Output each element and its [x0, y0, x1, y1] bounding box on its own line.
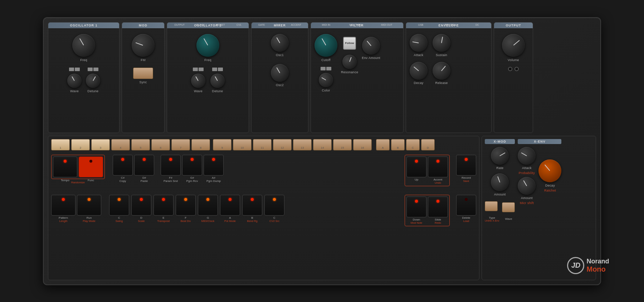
filter-wave-btn2[interactable]	[326, 67, 331, 70]
scale-btn[interactable]	[131, 195, 151, 216]
mod-fm-knob[interactable]	[132, 34, 155, 57]
step-btn-4[interactable]: 4	[111, 139, 130, 150]
xenv-label: X-ENV	[518, 139, 561, 144]
osc2-wave-btn1[interactable]	[193, 68, 198, 71]
envelope-attack-knob[interactable]	[410, 34, 428, 52]
step-btn-10[interactable]: 10	[233, 139, 252, 150]
scale-led	[140, 198, 143, 201]
xmod-type-btn[interactable]	[485, 201, 498, 211]
pgm-dump-btn[interactable]	[204, 155, 224, 175]
osc1-wave-knob[interactable]	[67, 74, 82, 88]
output-volume-knob[interactable]	[502, 34, 525, 57]
sync-btn[interactable]	[133, 68, 153, 79]
scale-label: Scale	[131, 219, 151, 223]
delete-btn[interactable]	[456, 195, 476, 216]
cv2-src-label: CV2 Src	[264, 219, 284, 223]
osc1-detune-group: Detune	[86, 68, 100, 93]
filter-resonance-knob[interactable]	[342, 55, 357, 69]
xenv-amount-knob[interactable]	[518, 177, 536, 195]
osc1-detune-knob[interactable]	[86, 74, 100, 88]
step-btn-11[interactable]: 11	[253, 139, 272, 150]
record-btn[interactable]	[456, 155, 476, 175]
osc1-wave-btn2[interactable]	[75, 68, 80, 71]
filter-cutoff-knob[interactable]	[314, 34, 337, 57]
pattern-btn[interactable]	[51, 195, 75, 216]
step-btn-C[interactable]: C	[406, 139, 420, 150]
filter-color-label: Color	[322, 89, 330, 92]
filter-follow-btn[interactable]: Follow	[343, 37, 356, 50]
envelope-release-knob[interactable]	[433, 62, 450, 80]
osc1-detune-btn1[interactable]	[88, 68, 93, 71]
xenv-decay-knob[interactable]	[538, 159, 561, 182]
delete-sublabel: Load	[456, 219, 476, 223]
osc2-wave-btn2[interactable]	[199, 68, 204, 71]
osc2-freq-knob[interactable]	[196, 34, 219, 57]
up-btn[interactable]	[406, 157, 426, 177]
osc1-detune-btn2[interactable]	[93, 68, 98, 71]
step-btn-15[interactable]: 15	[333, 139, 352, 150]
func-btn[interactable]: Func	[79, 157, 103, 177]
step-btn-8[interactable]: 8	[191, 139, 210, 150]
envelope-decay-knob[interactable]	[410, 62, 428, 80]
bend-rg-btn[interactable]	[242, 195, 262, 216]
down-btn[interactable]	[406, 197, 426, 217]
swing-led	[118, 198, 121, 201]
midi-clock-sublabel: G	[198, 216, 218, 219]
output-volume-label: Volume	[508, 58, 519, 62]
step-btn-6[interactable]: 6	[151, 139, 170, 150]
tempo-btn[interactable]: Tempo	[53, 157, 77, 177]
mixer-osc1-group: Osc1	[271, 34, 289, 57]
filter-wave-btn1[interactable]	[321, 67, 326, 70]
envelope-sustain-knob[interactable]	[433, 34, 450, 52]
cv2-src-btn[interactable]	[264, 195, 284, 216]
osc2-detune-btn1[interactable]	[212, 68, 217, 71]
xenv-attack-knob[interactable]	[518, 147, 536, 165]
step-btn-12[interactable]: 12	[273, 139, 292, 150]
mixer-osc1-knob[interactable]	[271, 34, 289, 52]
main-controls-group: C Swing D Scale E	[109, 195, 284, 223]
midi-clock-btn[interactable]	[198, 195, 218, 216]
xmod-amount-knob[interactable]	[491, 173, 509, 191]
osc2-detune-knob[interactable]	[210, 74, 225, 88]
step-btn-13[interactable]: 13	[293, 139, 312, 150]
pgm-rcv-btn[interactable]	[182, 155, 202, 175]
pot-mode-btn[interactable]	[220, 195, 240, 216]
down-led	[415, 200, 418, 203]
copy-led	[121, 158, 124, 161]
envelope-release-label: Release	[435, 81, 448, 85]
brand-model: Mono	[586, 265, 609, 273]
xmod-rate-knob[interactable]	[491, 147, 509, 165]
step-btn-2[interactable]: 2	[71, 139, 90, 150]
mixer-osc2-knob[interactable]	[271, 64, 289, 82]
accent-btn[interactable]	[428, 157, 448, 177]
step-btn-1[interactable]: 1	[51, 139, 70, 150]
step-btn-16[interactable]: 16	[353, 139, 372, 150]
osc1-freq-knob[interactable]	[72, 34, 95, 57]
step-btn-A[interactable]: A	[376, 139, 390, 150]
step-btn-5[interactable]: 5	[131, 139, 150, 150]
xmod-wave-btn[interactable]	[502, 202, 515, 212]
osc2-detune-btn2[interactable]	[218, 68, 223, 71]
slide-btn[interactable]	[428, 197, 448, 217]
step-btn-3[interactable]: 3	[91, 139, 110, 150]
accent-sublabel: Undo	[428, 181, 448, 184]
transpose-btn[interactable]	[153, 195, 174, 216]
copy-btn[interactable]	[113, 155, 133, 175]
run-btn[interactable]	[77, 195, 101, 216]
step-btn-9[interactable]: 9	[213, 139, 231, 150]
run-sublabel: Play Mode	[77, 219, 101, 223]
beat-div-label: Beat Div	[176, 219, 196, 223]
step-btn-B[interactable]: B	[391, 139, 405, 150]
paste-btn[interactable]	[134, 155, 154, 175]
filter-color-knob[interactable]	[319, 73, 333, 87]
step-btn-D[interactable]: D	[421, 139, 435, 150]
osc2-wave-knob[interactable]	[191, 74, 205, 88]
osc1-wave-btn1[interactable]	[69, 68, 74, 71]
filter-env-amount-knob[interactable]	[362, 37, 380, 55]
step-btn-14[interactable]: 14	[313, 139, 332, 150]
param-snd-btn[interactable]	[161, 155, 181, 175]
osc1-detune-label: Detune	[88, 89, 99, 93]
swing-btn[interactable]	[109, 195, 129, 216]
beat-div-btn[interactable]	[176, 195, 196, 216]
step-btn-7[interactable]: 7	[171, 139, 190, 150]
